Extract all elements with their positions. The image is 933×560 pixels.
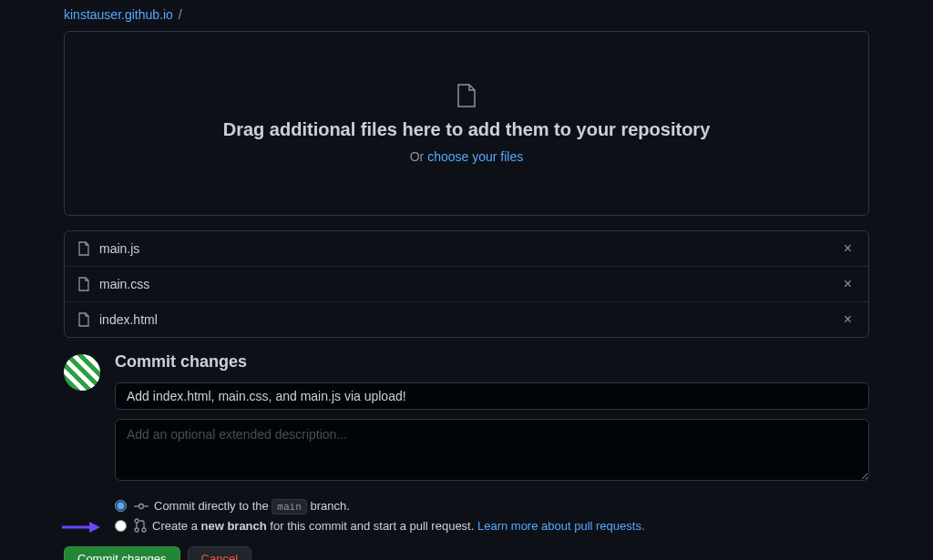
remove-file-button[interactable]: ×: [840, 240, 856, 257]
avatar: [64, 354, 100, 391]
file-icon: [456, 83, 477, 108]
radio-input-direct[interactable]: [115, 500, 127, 512]
svg-marker-7: [89, 522, 100, 533]
file-icon: [77, 312, 90, 327]
radio-input-new-branch[interactable]: [115, 520, 127, 532]
file-name: main.js: [99, 241, 840, 256]
commit-branch-options: Commit directly to the main branch. Crea…: [115, 496, 869, 535]
breadcrumb-separator: /: [179, 7, 182, 22]
commit-icon: [134, 500, 149, 513]
breadcrumb: kinstauser.github.io /: [64, 0, 869, 31]
svg-point-4: [135, 528, 138, 532]
uploaded-file-list: main.js × main.css × index.html ×: [64, 230, 869, 338]
pull-request-icon: [134, 518, 147, 533]
file-row: main.js ×: [65, 231, 868, 267]
file-row: index.html ×: [65, 302, 868, 337]
branch-name-pill: main: [272, 499, 307, 514]
commit-button-row: Commit changes Cancel: [64, 546, 869, 560]
file-icon: [77, 277, 90, 291]
commit-changes-button[interactable]: Commit changes: [64, 546, 180, 560]
breadcrumb-repo-link[interactable]: kinstauser.github.io: [64, 7, 173, 22]
svg-point-3: [135, 519, 138, 523]
drop-zone-subtitle: Or choose your files: [83, 149, 850, 164]
svg-point-5: [142, 528, 146, 532]
commit-section: Commit changes Commit directly to the ma…: [64, 352, 869, 560]
radio-commit-direct[interactable]: Commit directly to the main branch.: [115, 496, 869, 515]
annotation-arrow-icon: [62, 521, 100, 534]
radio-new-branch-label: Create a new branch for this commit and …: [152, 519, 645, 533]
choose-files-link[interactable]: choose your files: [427, 149, 523, 164]
file-drop-zone[interactable]: Drag additional files here to add them t…: [64, 31, 869, 216]
remove-file-button[interactable]: ×: [840, 311, 856, 328]
radio-direct-label: Commit directly to the main branch.: [154, 499, 350, 513]
commit-description-textarea[interactable]: [115, 419, 869, 481]
remove-file-button[interactable]: ×: [840, 276, 856, 292]
commit-summary-input[interactable]: [115, 382, 869, 410]
file-row: main.css ×: [65, 267, 868, 302]
commit-heading: Commit changes: [115, 352, 869, 372]
cancel-button[interactable]: Cancel: [188, 546, 251, 560]
file-icon: [77, 241, 90, 256]
file-name: main.css: [99, 277, 840, 291]
svg-point-0: [139, 504, 144, 508]
file-name: index.html: [99, 312, 840, 327]
learn-more-link[interactable]: Learn more about pull requests.: [477, 519, 645, 533]
radio-new-branch[interactable]: Create a new branch for this commit and …: [115, 515, 869, 535]
drop-zone-title: Drag additional files here to add them t…: [83, 119, 850, 140]
